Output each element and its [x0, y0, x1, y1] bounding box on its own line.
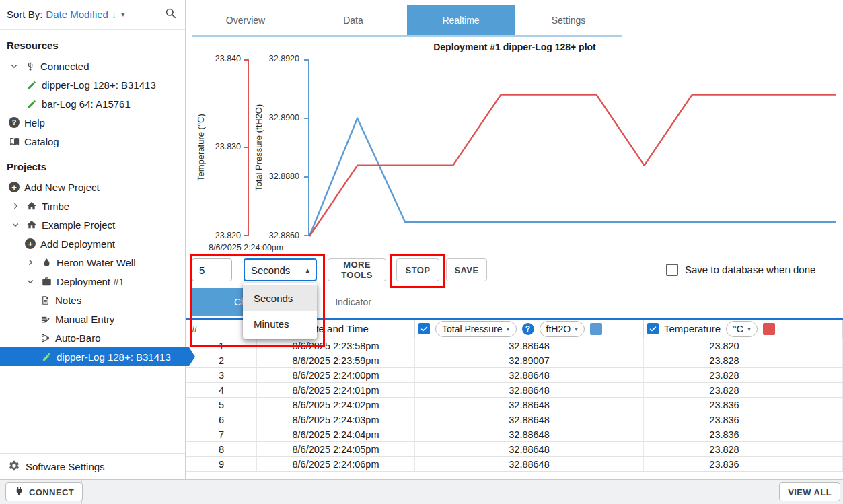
cell-spacer	[805, 353, 843, 368]
chevron-down-icon[interactable]	[24, 275, 36, 287]
sidebar-item-label: Timbe	[42, 201, 69, 212]
temperature-series-line	[309, 95, 836, 236]
sidebar-item-connected[interactable]: Connected	[0, 57, 185, 75]
cell-index: 8	[186, 442, 257, 457]
table-row: 3 8/6/2025 2:24:00pm 32.88648 23.828	[186, 368, 843, 383]
cell-datetime: 8/6/2025 2:23:58pm	[257, 338, 415, 353]
sidebar-item-project-example[interactable]: Example Project	[0, 215, 185, 234]
software-settings-button[interactable]: Software Settings	[0, 453, 185, 479]
interval-input[interactable]	[192, 258, 232, 281]
sort-by-value[interactable]: Date Modified	[46, 9, 108, 20]
sidebar-item-bar-log[interactable]: bar-Log 64: A15761	[0, 94, 185, 113]
sidebar-item-manual-entry[interactable]: Manual Entry	[0, 310, 185, 328]
sidebar-item-catalog[interactable]: Catalog	[0, 132, 185, 151]
tick-label: 23.820	[215, 231, 241, 240]
interval-unit-select[interactable]: Seconds ▴	[244, 258, 317, 281]
temperature-axis-label: Temperature (°C)	[196, 59, 206, 236]
view-all-button[interactable]: VIEW ALL	[779, 482, 840, 501]
cell-temperature: 23.836	[644, 427, 805, 442]
save-button[interactable]: SAVE	[446, 258, 487, 281]
cell-spacer	[805, 368, 843, 383]
cell-index: 1	[186, 338, 257, 353]
sidebar-item-heron-water-well[interactable]: Heron Water Well	[0, 253, 185, 272]
chevron-down-icon[interactable]	[8, 60, 20, 72]
cell-pressure: 32.88648	[415, 398, 644, 412]
table-body: 1 8/6/2025 2:23:58pm 32.88648 23.820 2 8…	[186, 338, 843, 472]
add-circle-icon: +	[24, 238, 36, 250]
temperature-checkbox[interactable]	[647, 323, 659, 334]
tab-settings[interactable]: Settings	[515, 5, 622, 35]
tab-realtime[interactable]: Realtime	[407, 5, 515, 35]
pressure-unit-select[interactable]: ftH2O ▾	[540, 321, 585, 337]
sidebar-item-notes[interactable]: Notes	[0, 291, 185, 310]
sidebar-item-auto-baro[interactable]: Auto-Baro	[0, 328, 185, 347]
tab-data[interactable]: Data	[299, 5, 407, 35]
more-tools-button[interactable]: MORE TOOLS	[328, 258, 386, 281]
search-icon[interactable]	[164, 7, 177, 22]
sidebar-item-deployment-1[interactable]: Deployment #1	[0, 272, 185, 291]
sidebar-item-label: Add Deployment	[40, 238, 115, 250]
pressure-axis-line	[304, 59, 309, 236]
realtime-controls: Seconds ▴ MORE TOOLS STOP SAVE Save to d…	[186, 258, 843, 281]
sidebar-item-dipper-log-selected[interactable]: dipper-Log 128+: B31413	[0, 347, 195, 366]
water-drop-icon	[40, 256, 52, 268]
sidebar-item-add-new-project[interactable]: + Add New Project	[0, 178, 185, 196]
table-row: 7 8/6/2025 2:24:04pm 32.88648 23.836	[186, 427, 843, 442]
cell-pressure: 32.88648	[415, 427, 644, 442]
cell-index: 2	[186, 353, 257, 368]
save-to-database-checkbox[interactable]	[666, 264, 678, 276]
cell-datetime: 8/6/2025 2:24:06pm	[257, 457, 415, 472]
help-icon[interactable]: ?	[522, 323, 534, 335]
pressure-channel-select[interactable]: Total Pressure ▾	[435, 321, 517, 337]
cell-spacer	[805, 398, 843, 412]
sidebar-item-label: bar-Log 64: A15761	[42, 98, 131, 110]
add-circle-icon: +	[8, 181, 20, 193]
stop-button[interactable]: STOP	[396, 258, 439, 281]
temperature-channel-label: Temperature	[664, 323, 721, 334]
chevron-down-icon[interactable]: ▾	[121, 10, 125, 19]
cell-datetime: 8/6/2025 2:24:03pm	[257, 412, 415, 427]
sidebar: Sort By: Date Modified ↓ ▾ Resources Con…	[0, 0, 186, 479]
sidebar-item-label: Notes	[55, 295, 81, 306]
cell-datetime: 8/6/2025 2:24:01pm	[257, 383, 415, 398]
sidebar-item-label: dipper-Log 128+: B31413	[57, 351, 171, 363]
sort-bar: Sort By: Date Modified ↓ ▾	[0, 0, 185, 30]
sidebar-item-label: Deployment #1	[57, 276, 124, 287]
interval-unit-dropdown-menu: Seconds Minutes	[243, 283, 317, 339]
table-row: 4 8/6/2025 2:24:01pm 32.88648 23.828	[186, 383, 843, 398]
dropdown-option-minutes[interactable]: Minutes	[243, 311, 317, 336]
chevron-right-icon[interactable]	[24, 256, 36, 268]
temperature-color-swatch[interactable]	[763, 323, 775, 335]
cell-datetime: 8/6/2025 2:24:04pm	[257, 427, 415, 442]
sidebar-item-help[interactable]: ? Help	[0, 113, 185, 132]
cell-spacer	[805, 442, 843, 457]
chart-title: Deployment #1 dipper-Log 128+ plot	[186, 42, 843, 52]
cell-temperature: 23.836	[644, 398, 805, 412]
temperature-unit-select[interactable]: °C ▾	[726, 321, 758, 337]
sidebar-item-add-deployment[interactable]: + Add Deployment	[0, 234, 185, 253]
merge-icon	[39, 332, 51, 344]
sidebar-item-label: Example Project	[42, 219, 115, 231]
pressure-checkbox[interactable]	[418, 323, 430, 334]
home-icon	[26, 219, 38, 231]
cell-datetime: 8/6/2025 2:24:05pm	[257, 442, 415, 457]
table-row: 1 8/6/2025 2:23:58pm 32.88648 23.820	[186, 338, 843, 353]
cell-pressure: 32.88648	[415, 412, 644, 427]
cell-temperature: 23.836	[644, 457, 805, 472]
sidebar-item-project-timbe[interactable]: Timbe	[0, 196, 185, 215]
chevron-right-icon[interactable]	[9, 200, 22, 212]
sort-direction-icon[interactable]: ↓	[112, 9, 116, 20]
chevron-down-icon[interactable]	[9, 219, 22, 231]
temperature-column-header: Temperature °C ▾	[644, 320, 805, 338]
sidebar-item-label: Manual Entry	[55, 314, 114, 325]
tick-label: 32.8880	[269, 172, 299, 181]
tab-overview[interactable]: Overview	[192, 5, 299, 35]
table-row: 6 8/6/2025 2:24:03pm 32.88648 23.836	[186, 412, 843, 427]
sidebar-item-dipper-log[interactable]: dipper-Log 128+: B31413	[0, 75, 185, 94]
cell-pressure: 32.88648	[415, 383, 644, 398]
connect-button[interactable]: CONNECT	[5, 482, 83, 501]
usb-icon	[24, 60, 36, 72]
pressure-color-swatch[interactable]	[590, 323, 602, 335]
dropdown-option-seconds[interactable]: Seconds	[243, 285, 317, 311]
cell-spacer	[805, 427, 843, 442]
